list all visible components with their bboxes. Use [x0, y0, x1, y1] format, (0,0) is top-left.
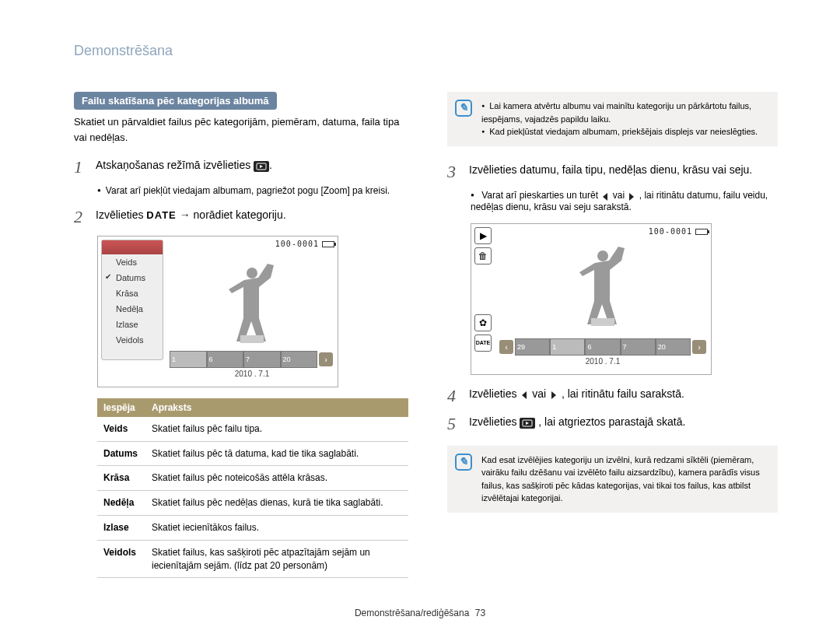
th-desc: Apraksts	[145, 398, 408, 417]
trash-icon: 🗑	[474, 247, 492, 264]
menu-item: Veids	[102, 254, 163, 270]
step4-text-a: Izvēlieties	[469, 387, 520, 400]
thumb: 1	[170, 351, 207, 368]
chevron-left-icon	[520, 387, 529, 403]
note-item: Lai kamera atvērtu albumu vai mainītu ka…	[481, 100, 768, 125]
opt-name: Izlase	[97, 515, 145, 540]
opt-desc: Skatiet failus pēc nedēļas dienas, kurā …	[145, 491, 408, 516]
page-title: Demonstrēšana	[74, 43, 778, 59]
page-footer: Demonstrēšana/rediģēšana 73	[0, 608, 840, 618]
opt-desc: Skatiet failus pēc tā datuma, kad tie ti…	[145, 441, 408, 466]
menu-item: Izlase	[102, 317, 163, 332]
menu-item: Veidols	[102, 332, 163, 348]
options-table: Iespēja Apraksts VeidsSkatiet failus pēc…	[97, 398, 408, 579]
step-number-3: 3	[447, 162, 469, 182]
camera-icon	[520, 415, 535, 431]
step4-text-c: , lai ritinātu failu sarakstā.	[562, 387, 684, 400]
opt-desc: Skatiet failus pēc noteicošās attēla krā…	[145, 466, 408, 491]
section-label: Failu skatīšana pēc kategorijas albumā	[74, 92, 277, 110]
info-icon: ✎	[455, 454, 472, 471]
svg-rect-6	[591, 318, 614, 326]
menu-item: Krāsa	[102, 285, 163, 301]
th-option: Iespēja	[97, 398, 145, 417]
note-item: Kad piekļūstat viedajam albumam, priekšē…	[481, 125, 768, 138]
opt-name: Datums	[97, 441, 145, 466]
date-label: 2010 . 7.1	[170, 370, 334, 380]
date-label: 2010 . 7.1	[498, 357, 708, 368]
opt-name: Nedēļa	[97, 491, 145, 516]
opt-name: Krāsa	[97, 466, 145, 491]
person-silhouette-icon	[568, 244, 638, 330]
svg-marker-7	[522, 391, 527, 399]
chevron-right-icon	[549, 387, 558, 403]
thumb: 6	[207, 351, 244, 368]
thumb: 20	[281, 351, 318, 368]
date-caps-icon: DATE	[146, 209, 176, 221]
battery-icon	[322, 241, 334, 247]
step4-text-b: vai	[532, 387, 549, 400]
thumb: 7	[621, 338, 656, 356]
step1-text: Atskaņošanas režīmā izvēlieties	[96, 159, 254, 171]
page-number: 73	[475, 608, 485, 618]
opt-name: Veidols	[97, 540, 145, 578]
gear-icon: ✿	[474, 314, 492, 331]
thumb: 6	[585, 338, 620, 356]
date-icon: DATE	[474, 335, 492, 352]
file-index: 100-0001	[170, 240, 334, 248]
step-number-4: 4	[447, 386, 469, 406]
camera-screenshot-2: ▶ 🗑 ✿ DATE 100-0001 ‹ 29 1	[471, 223, 712, 375]
svg-marker-4	[603, 193, 607, 201]
next-icon: ›	[692, 340, 706, 354]
thumb: 29	[515, 338, 550, 356]
step2-text-b: → norādiet kategoriju.	[180, 208, 286, 221]
opt-name: Veids	[97, 417, 145, 441]
next-icon: ›	[319, 352, 333, 366]
chevron-left-icon	[600, 191, 610, 201]
step3-bullet: Varat arī pieskarties un turēt vai , lai…	[471, 190, 778, 212]
thumb: 20	[656, 338, 691, 356]
opt-desc: Skatiet failus pēc failu tipa.	[145, 417, 408, 441]
opt-desc: Skatiet failus, kas sašķiroti pēc atpazī…	[145, 540, 408, 578]
prev-icon: ‹	[499, 340, 513, 354]
step2-text-a: Izvēlieties	[96, 208, 146, 221]
person-silhouette-icon	[217, 261, 287, 347]
camera-icon	[254, 158, 269, 174]
svg-rect-3	[240, 335, 264, 343]
note-2: ✎ Kad esat izvēlējies kategoriju un izvē…	[447, 446, 778, 513]
svg-marker-5	[629, 193, 634, 201]
step3-text: Izvēlieties datumu, faila tipu, nedēļas …	[469, 162, 778, 182]
step-number-2: 2	[74, 207, 96, 227]
intro-text: Skatiet un pārvaldiet failus pēc kategor…	[74, 114, 408, 145]
thumb: 1	[550, 338, 585, 356]
note2-text: Kad esat izvēlējies kategoriju un izvēln…	[481, 454, 768, 505]
step-number-5: 5	[447, 414, 469, 434]
opt-desc: Skatiet iecienītākos failus.	[145, 515, 408, 540]
step5-text-a: Izvēlieties	[469, 415, 520, 428]
file-index: 100-0001	[498, 227, 708, 236]
chevron-right-icon	[627, 191, 636, 201]
info-icon: ✎	[455, 100, 472, 117]
menu-item: Nedēļa	[102, 301, 163, 317]
step1-bullet: Varat arī piekļūt viedajam albumam, pagr…	[97, 185, 408, 196]
thumb: 7	[243, 351, 281, 368]
footer-section: Demonstrēšana/rediģēšana	[355, 608, 469, 618]
step-number-1: 1	[74, 157, 96, 177]
svg-marker-8	[551, 391, 556, 399]
play-icon: ▶	[474, 227, 492, 244]
camera-screenshot-1: Veids Datums Krāsa Nedēļa Izlase Veidols…	[97, 236, 338, 387]
step5-text-b: , lai atgrieztos parastajā skatā.	[538, 415, 685, 428]
battery-icon	[695, 229, 708, 235]
menu-item: Datums	[102, 270, 163, 285]
note-1: ✎ Lai kamera atvērtu albumu vai mainītu …	[447, 92, 778, 146]
